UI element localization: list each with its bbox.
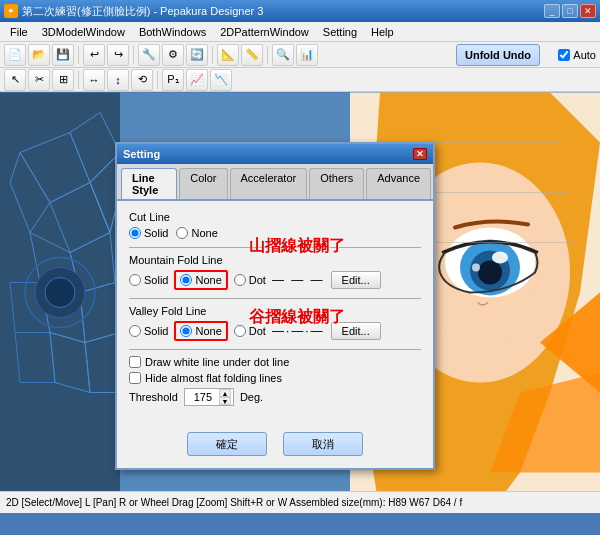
- toolbar1: 📄 📂 💾 ↩ ↪ 🔧 ⚙ 🔄 📐 📏 🔍 📊 Unfold Undo Auto: [0, 42, 600, 68]
- toolbar-save[interactable]: 💾: [52, 44, 74, 66]
- cut-line-none-text: None: [191, 227, 217, 239]
- tab-line-style[interactable]: Line Style: [121, 168, 177, 199]
- toolbar-btn4[interactable]: ⚙: [162, 44, 184, 66]
- auto-label: Auto: [573, 49, 596, 61]
- svg-point-17: [45, 278, 75, 308]
- valley-edit-button[interactable]: Edit...: [331, 322, 381, 340]
- sep4: [267, 46, 268, 64]
- sep6: [157, 71, 158, 89]
- hide-flat-row: Hide almost flat folding lines: [129, 372, 421, 384]
- menu-2dpattern[interactable]: 2DPatternWindow: [214, 24, 315, 40]
- title-bar: ✦ 第二次練習(修正側臉比例) - Pepakura Designer 3 _ …: [0, 0, 600, 22]
- toolbar-btn9[interactable]: 📊: [296, 44, 318, 66]
- toolbar2: ↖ ✂ ⊞ ↔ ↕ ⟲ P₁ 📈 📉: [0, 68, 600, 92]
- close-button[interactable]: ✕: [580, 4, 596, 18]
- toolbar2-btn3[interactable]: ⊞: [52, 69, 74, 91]
- dialog-title: Setting: [123, 148, 160, 160]
- mountain-dot-pattern: — — —: [272, 273, 325, 287]
- valley-dot-pattern: —·—·—: [272, 324, 325, 338]
- white-line-checkbox[interactable]: [129, 356, 141, 368]
- hide-flat-label: Hide almost flat folding lines: [145, 372, 282, 384]
- cut-line-solid-label: Solid: [129, 227, 168, 239]
- mountain-solid-radio[interactable]: [129, 274, 141, 286]
- toolbar-open[interactable]: 📂: [28, 44, 50, 66]
- toolbar-btn8[interactable]: 🔍: [272, 44, 294, 66]
- dialog-content: Cut Line Solid None Mountain Fold Line: [117, 201, 433, 424]
- dialog-title-bar: Setting ✕: [117, 144, 433, 164]
- divider3: [129, 349, 421, 350]
- toolbar2-btn6[interactable]: ⟲: [131, 69, 153, 91]
- mountain-edit-button[interactable]: Edit...: [331, 271, 381, 289]
- cut-line-none-radio[interactable]: [176, 227, 188, 239]
- cancel-button[interactable]: 取消: [283, 432, 363, 456]
- threshold-up[interactable]: ▲: [219, 389, 231, 397]
- minimize-button[interactable]: _: [544, 4, 560, 18]
- ok-button[interactable]: 確定: [187, 432, 267, 456]
- toolbar2-btn8[interactable]: 📈: [186, 69, 208, 91]
- main-area: Setting ✕ Line Style Color Accelerator O…: [0, 92, 600, 513]
- mountain-dot-radio[interactable]: [234, 274, 246, 286]
- auto-checkbox-group: Auto: [558, 49, 596, 61]
- app-icon: ✦: [4, 4, 18, 18]
- toolbar2-btn4[interactable]: ↔: [83, 69, 105, 91]
- toolbar-btn3[interactable]: 🔧: [138, 44, 160, 66]
- threshold-down[interactable]: ▼: [219, 397, 231, 405]
- menu-bothwindows[interactable]: BothWindows: [133, 24, 212, 40]
- mountain-solid-text: Solid: [144, 274, 168, 286]
- valley-dot-text: Dot: [249, 325, 266, 337]
- auto-checkbox[interactable]: [558, 49, 570, 61]
- threshold-label: Threshold: [129, 391, 178, 403]
- svg-point-23: [478, 261, 502, 285]
- mountain-dot-text: Dot: [249, 274, 266, 286]
- menu-help[interactable]: Help: [365, 24, 400, 40]
- status-text: 2D [Select/Move] L [Pan] R or Wheel Drag…: [6, 497, 462, 508]
- unfold-undo-button[interactable]: Unfold Undo: [456, 44, 540, 66]
- tab-color[interactable]: Color: [179, 168, 227, 199]
- menu-setting[interactable]: Setting: [317, 24, 363, 40]
- tab-advance[interactable]: Advance: [366, 168, 431, 199]
- menu-bar: File 3DModelWindow BothWindows 2DPattern…: [0, 22, 600, 42]
- divider1: [129, 247, 421, 248]
- cut-line-radio-row: Solid None: [129, 227, 421, 239]
- threshold-value[interactable]: 175: [187, 391, 219, 403]
- title-bar-controls: _ □ ✕: [544, 4, 596, 18]
- mountain-none-radio[interactable]: [180, 274, 192, 286]
- cut-line-none-label: None: [176, 227, 217, 239]
- menu-3dmodel[interactable]: 3DModelWindow: [36, 24, 131, 40]
- maximize-button[interactable]: □: [562, 4, 578, 18]
- menu-file[interactable]: File: [4, 24, 34, 40]
- toolbar-btn5[interactable]: 🔄: [186, 44, 208, 66]
- toolbar-undo[interactable]: ↩: [83, 44, 105, 66]
- toolbar2-btn5[interactable]: ↕: [107, 69, 129, 91]
- status-bar: 2D [Select/Move] L [Pan] R or Wheel Drag…: [0, 491, 600, 513]
- cut-line-solid-radio[interactable]: [129, 227, 141, 239]
- cut-line-solid-text: Solid: [144, 227, 168, 239]
- valley-solid-label: Solid: [129, 325, 168, 337]
- toolbar2-btn2[interactable]: ✂: [28, 69, 50, 91]
- mountain-fold-label: Mountain Fold Line: [129, 254, 421, 266]
- mountain-fold-section: Mountain Fold Line Solid None Dot — — —: [129, 254, 421, 290]
- tab-others[interactable]: Others: [309, 168, 364, 199]
- white-line-row: Draw white line under dot line: [129, 356, 421, 368]
- toolbar-btn6[interactable]: 📐: [217, 44, 239, 66]
- mountain-none-text: None: [195, 274, 221, 286]
- white-line-label: Draw white line under dot line: [145, 356, 289, 368]
- sep1: [78, 46, 79, 64]
- setting-dialog: Setting ✕ Line Style Color Accelerator O…: [115, 142, 435, 470]
- valley-solid-text: Solid: [144, 325, 168, 337]
- mountain-fold-radio-row: Solid None Dot — — — Edit...: [129, 270, 421, 290]
- toolbar2-btn9[interactable]: 📉: [210, 69, 232, 91]
- hide-flat-checkbox[interactable]: [129, 372, 141, 384]
- toolbar-redo[interactable]: ↪: [107, 44, 129, 66]
- toolbar-new[interactable]: 📄: [4, 44, 26, 66]
- toolbar-btn7[interactable]: 📏: [241, 44, 263, 66]
- toolbar2-btn7[interactable]: P₁: [162, 69, 184, 91]
- toolbar2-btn1[interactable]: ↖: [4, 69, 26, 91]
- valley-solid-radio[interactable]: [129, 325, 141, 337]
- dialog-close-button[interactable]: ✕: [413, 148, 427, 160]
- valley-dot-radio[interactable]: [234, 325, 246, 337]
- tab-accelerator[interactable]: Accelerator: [230, 168, 308, 199]
- valley-none-radio[interactable]: [180, 325, 192, 337]
- window-title: 第二次練習(修正側臉比例) - Pepakura Designer 3: [22, 4, 263, 19]
- valley-fold-section: Valley Fold Line Solid None Dot —·—·—: [129, 305, 421, 341]
